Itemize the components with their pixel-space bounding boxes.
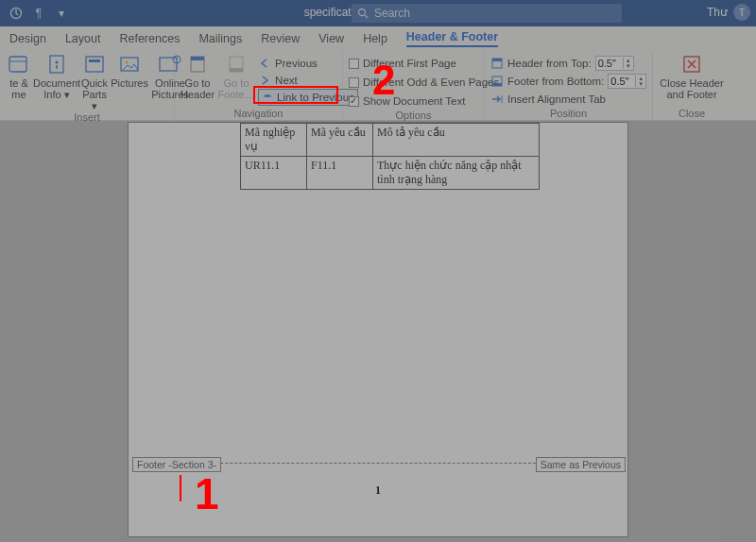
group-options: Different First Page Different Odd & Eve… xyxy=(343,51,485,121)
goto-footer-button[interactable]: Go to Foote… xyxy=(218,53,254,100)
different-first-page-check[interactable]: Different First Page xyxy=(349,55,499,72)
svg-rect-19 xyxy=(492,59,502,61)
close-header-footer-button[interactable]: Close Header and Footer xyxy=(659,53,725,100)
tab-layout[interactable]: Layout xyxy=(65,32,101,45)
different-odd-even-check[interactable]: Different Odd & Even Pages xyxy=(349,74,499,91)
group-position-label: Position xyxy=(490,108,646,121)
ribbon-tabs: Design Layout References Mailings Review… xyxy=(0,26,756,51)
avatar[interactable]: T xyxy=(733,4,750,21)
footer-bottom-icon xyxy=(490,75,504,88)
title-bar: ¶ ▾ specification_QTDA(ver1) -… Search T… xyxy=(0,0,756,26)
tab-references[interactable]: References xyxy=(119,32,180,45)
quick-parts-button[interactable]: Quick Parts ▾ xyxy=(81,53,108,111)
user-name[interactable]: Thư xyxy=(707,6,728,19)
group-close-label: Close xyxy=(659,108,725,121)
svg-point-1 xyxy=(359,9,366,16)
table-cell[interactable]: Thực hiện chức năng cập nhật tình trạng … xyxy=(373,157,540,190)
table-row: Mã nghiệp vụ Mã yêu cầu Mô tả yêu cầu xyxy=(241,124,540,157)
qat-overflow-icon[interactable]: ▾ xyxy=(53,5,70,22)
document-info-button[interactable]: Document Info ▾ xyxy=(36,53,77,100)
footer-from-bottom-input[interactable]: ▲▼ xyxy=(608,74,646,89)
table-header-cell[interactable]: Mã nghiệp vụ xyxy=(241,124,307,157)
tab-help[interactable]: Help xyxy=(363,32,387,45)
svg-rect-8 xyxy=(86,57,103,72)
table-header-cell[interactable]: Mã yêu cầu xyxy=(307,124,373,157)
header-from-top-row: Header from Top: ▲▼ xyxy=(490,55,646,72)
group-close: Close Header and Footer Close xyxy=(653,51,730,121)
link-icon xyxy=(262,92,273,103)
close-icon xyxy=(679,53,705,76)
svg-rect-9 xyxy=(89,59,100,62)
tab-design[interactable]: Design xyxy=(9,32,46,45)
group-navigation: Go to Header Go to Foote… Previous Next … xyxy=(175,51,343,121)
tab-review[interactable]: Review xyxy=(261,32,300,45)
header-top-icon xyxy=(490,57,504,70)
alignment-tab-icon xyxy=(490,93,504,105)
document-workspace[interactable]: Mã nghiệp vụ Mã yêu cầu Mô tả yêu cầu UR… xyxy=(0,121,756,542)
annotation-number-1: 1 xyxy=(195,468,219,519)
pictures-button[interactable]: Pictures xyxy=(112,53,147,89)
date-time-icon xyxy=(6,53,32,76)
table-cell[interactable]: UR11.1 xyxy=(241,157,307,190)
pictures-icon xyxy=(116,53,143,76)
same-as-previous-tag[interactable]: Same as Previous xyxy=(536,457,626,472)
show-document-text-check[interactable]: Show Document Text xyxy=(349,93,499,110)
tab-header-footer[interactable]: Header & Footer xyxy=(406,30,498,47)
svg-rect-15 xyxy=(191,57,204,60)
group-insert: te & me Document Info ▾ Quick Parts ▾ Pi… xyxy=(0,51,175,121)
next-icon xyxy=(258,75,271,86)
table-header-cell[interactable]: Mô tả yêu cầu xyxy=(373,124,540,157)
svg-rect-21 xyxy=(492,83,502,86)
svg-rect-17 xyxy=(230,68,243,72)
svg-point-6 xyxy=(56,61,59,64)
annotation-cursor xyxy=(180,475,181,501)
tab-mailings[interactable]: Mailings xyxy=(198,32,242,45)
insert-alignment-tab-button[interactable]: Insert Alignment Tab xyxy=(490,91,646,108)
group-navigation-label: Navigation xyxy=(180,108,336,121)
document-table[interactable]: Mã nghiệp vụ Mã yêu cầu Mô tả yêu cầu UR… xyxy=(240,123,540,190)
search-icon xyxy=(357,8,369,19)
date-time-button[interactable]: te & me xyxy=(6,53,32,100)
svg-rect-3 xyxy=(9,57,26,72)
svg-rect-5 xyxy=(50,56,63,73)
document-info-icon xyxy=(43,53,70,76)
footer-from-bottom-row: Footer from Bottom: ▲▼ xyxy=(490,73,646,90)
svg-line-2 xyxy=(365,15,368,18)
header-from-top-input[interactable]: ▲▼ xyxy=(595,56,634,71)
goto-header-button[interactable]: Go to Header xyxy=(180,53,215,100)
tab-view[interactable]: View xyxy=(318,32,344,45)
search-box[interactable]: Search xyxy=(352,4,622,23)
table-cell[interactable]: F11.1 xyxy=(307,157,373,190)
search-placeholder: Search xyxy=(374,7,410,20)
goto-header-icon xyxy=(184,53,211,76)
pilcrow-icon[interactable]: ¶ xyxy=(30,5,47,22)
table-row: UR11.1 F11.1 Thực hiện chức năng cập nhậ… xyxy=(241,157,540,190)
goto-footer-icon xyxy=(223,53,249,76)
group-position: Header from Top: ▲▼ Footer from Bottom: … xyxy=(485,51,653,121)
svg-point-11 xyxy=(126,61,129,64)
autosave-icon[interactable] xyxy=(8,5,25,22)
quick-parts-icon xyxy=(81,53,108,76)
previous-icon xyxy=(258,58,271,69)
annotation-number-2: 2 xyxy=(372,57,395,104)
